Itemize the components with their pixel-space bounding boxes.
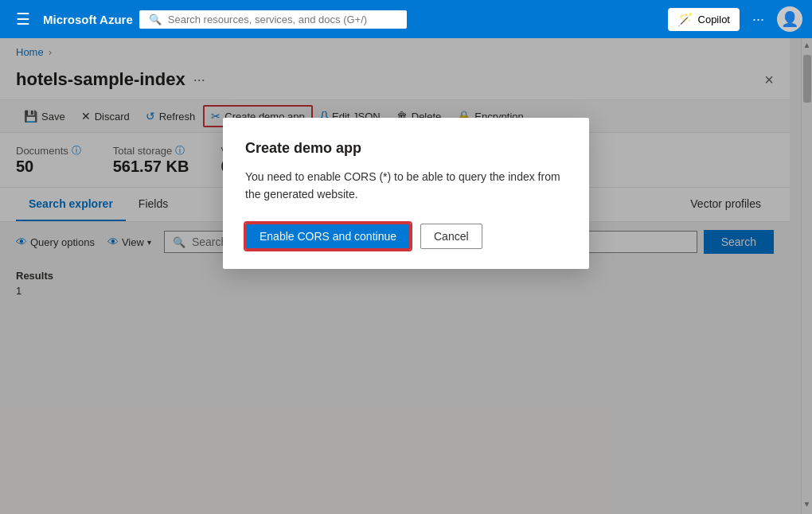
main-area: Home › hotels-sample-index ··· × 💾 Save … (0, 38, 812, 514)
global-search-box: 🔍 (139, 10, 407, 29)
enable-cors-button[interactable]: Enable CORS and continue (245, 223, 411, 250)
dots-icon: ··· (752, 11, 764, 27)
modal-overlay: Create demo app You need to enable CORS … (0, 38, 790, 514)
modal-title: Create demo app (245, 140, 567, 157)
content-area: Home › hotels-sample-index ··· × 💾 Save … (0, 38, 790, 514)
brand-label: Microsoft Azure (43, 13, 133, 26)
cancel-button[interactable]: Cancel (420, 224, 482, 249)
search-icon: 🔍 (149, 14, 162, 25)
hamburger-menu-button[interactable]: ☰ (10, 8, 37, 30)
copilot-button[interactable]: 🪄 Copilot (668, 8, 740, 31)
copilot-icon: 🪄 (677, 12, 693, 27)
modal-body: You need to enable CORS (*) to be able t… (245, 168, 567, 204)
topbar: ☰ Microsoft Azure 🔍 🪄 Copilot ··· 👤 (0, 0, 812, 38)
more-options-button[interactable]: ··· (746, 8, 771, 31)
global-search-input[interactable] (168, 14, 397, 25)
modal-actions: Enable CORS and continue Cancel (245, 223, 567, 250)
modal: Create demo app You need to enable CORS … (223, 118, 589, 269)
copilot-label: Copilot (698, 14, 730, 25)
avatar[interactable]: 👤 (777, 6, 802, 32)
